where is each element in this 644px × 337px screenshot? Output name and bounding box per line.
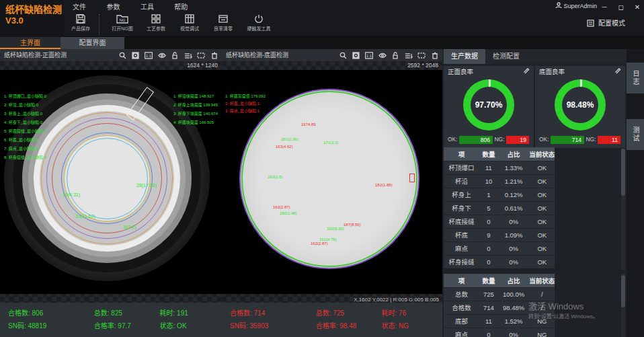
summary-stats-table: 项 数量 占比 当前状态 总数725100.0%/ 合格数71498.48%/ … [444,274,555,337]
trash-icon[interactable] [209,50,219,62]
front-time-cost: 耗时: 191 [160,307,220,317]
bottom-yield-card: 底面良率 98.48% OK: 714 NG: 11 [535,66,625,148]
bottom-yield-gauge: 98.48% [555,79,606,130]
tab-production-data[interactable]: 生产数据 [444,49,485,64]
cup-bottom-view [239,89,419,269]
table-row[interactable]: 杯身接缝00%OK [444,255,555,268]
svg-text:1:1: 1:1 [146,54,152,58]
front-brightness-annotation: 2: 杯身上块亮度 139.945 [173,101,218,110]
table-row[interactable]: 麻点00%NG [444,328,555,337]
trash-icon[interactable] [430,50,440,62]
col-item: 项 [444,147,479,161]
eye-icon[interactable] [377,50,387,62]
hw-trigger-button[interactable]: 硬触发工具 [240,12,278,36]
save-product-button[interactable]: 产品保存 [64,12,97,36]
table-row[interactable]: 底部111.52%NG [444,314,555,328]
eye-icon[interactable] [157,50,167,62]
roi-select-icon[interactable] [196,50,206,62]
scatter-label: 161(2.36) [281,137,298,141]
svg-text:NG: NG [120,18,126,22]
bottom-viewport-title: 纸杯缺陷检测-底面检测 [222,49,288,61]
table-row[interactable]: 合格数71498.48%/ [444,301,555,314]
config-mode-icon [587,20,594,27]
vision-debug-button[interactable]: 视觉调试 [173,12,206,36]
bottom-ok-count: 合格数: 714 [230,307,314,317]
table-row[interactable]: 杯身上10.12%OK [444,188,555,201]
fit-view-icon[interactable] [351,50,361,62]
bottom-camera-viewport: 纸杯缺陷检测-底面检测 1:1 2592 * 2048 1: 杯底灰度值 179… [222,49,442,337]
menu-tools[interactable]: 工具 [132,0,163,13]
bottom-yield-value: 98.48% [567,100,594,110]
table-row[interactable]: 麻点00%OK [444,241,555,255]
measure-label: 20(4.31) [63,192,80,197]
save-product-label: 产品保存 [64,25,97,32]
menu-file[interactable]: 文件 [64,0,95,13]
hw-trigger-label: 硬触发工具 [240,25,278,32]
table-row[interactable]: 杯底91.09%OK [444,228,555,241]
sort-list-icon[interactable] [183,50,193,62]
menu-params[interactable]: 参数 [97,0,128,13]
table-row[interactable]: 杯底接缝00%OK [444,215,555,228]
edit-icon[interactable] [523,66,530,78]
ok-label: OK: [448,136,458,143]
bottom-viewport-tools: 1:1 [338,49,442,62]
zoom-icon[interactable] [118,50,128,62]
measure-label: 28(17.50) [136,183,157,188]
scatter-label: 1974.89 [301,122,316,126]
front-brightness-annotation: 1: 杯沿块亮度 148.927 [173,92,214,101]
zoom-icon[interactable] [338,50,348,62]
open-ng-button[interactable]: NG 打开NG图 [106,12,139,36]
svg-text:1:1: 1:1 [366,54,372,58]
front-brightness-annotation: 3: 杯身下块亮度 140.674 [173,110,218,118]
lock-icon[interactable] [170,50,180,62]
side-tab-test[interactable]: 测试 [627,119,644,150]
front-viewport-body[interactable]: 1624 * 1240 [0,61,222,303]
config-mode-label: 配置模式 [598,20,625,27]
col-ratio: 占比 [498,147,529,161]
process-params-label: 工艺参数 [139,25,173,32]
pixel-info-readout: X,1602 Y,0022 | R:005 G:005 B:005 [354,297,439,303]
table2-scrollbar[interactable] [621,274,625,337]
scatter-label: 162(2.87) [311,241,328,246]
tab-config-interface[interactable]: 配置界面 [61,37,124,49]
scatter-label: 187(8.56) [344,223,361,227]
side-tab-log[interactable]: 日志 [627,63,644,93]
bottom-status: 状态: NG [382,320,442,330]
one-to-one-icon[interactable]: 1:1 [364,50,374,62]
front-defect-annotation: 8: 杯身接缝_最小缺陷:0 [4,153,46,162]
one-to-one-icon[interactable]: 1:1 [144,50,154,62]
table1-scrollbar[interactable] [621,147,625,270]
sort-list-icon[interactable] [403,50,413,62]
roi-select-icon[interactable] [417,50,427,62]
table-row[interactable]: 杯身下50.61%OK [444,201,555,215]
bottom-annotation: 3: 麻点_最小缺陷:1 [225,107,259,116]
user-area[interactable]: SuperAdmin [555,0,597,12]
tab-main-interface[interactable]: 主界面 [0,37,61,49]
tab-detection-config[interactable]: 检测配置 [485,49,527,64]
bottom-total-count: 总数: 725 [316,307,380,317]
table-row[interactable]: 总数725100.0%/ [444,287,555,301]
front-defect-annotation: 7: 麻点_最小缺陷:0 [4,145,38,153]
bottom-camera-image[interactable]: 1: 杯底灰度值 179.092 2: 杯底_最小缺陷:1 3: 麻点_最小缺陷… [222,70,442,294]
scatter-label: 160(9.20) [327,227,344,231]
yield-reset-button[interactable]: 良率清零 [206,12,240,36]
lock-icon[interactable] [391,50,401,62]
edit-icon[interactable] [614,66,621,78]
table-row[interactable]: 杯顶爆口111.33%OK [444,161,555,174]
front-viewport-header: 纸杯缺陷检测-正面检测 1:1 [0,49,222,61]
col-status: 当前状态 [529,274,555,287]
bottom-viewport-body[interactable]: 2592 * 2048 1: 杯底灰度值 179.092 2: 杯底_最小缺陷:… [222,61,442,303]
bottom-ng-bar: 11 [598,136,620,144]
config-mode-button[interactable]: 配置模式 [587,17,625,28]
measure-label: 6(2.2) [124,225,136,229]
process-params-button[interactable]: 工艺参数 [139,12,173,36]
menu-help[interactable]: 帮助 [165,0,196,13]
yield-reset-label: 良率清零 [206,25,240,32]
main-tab-row: 主界面 配置界面 [0,37,644,49]
fit-view-icon[interactable] [130,50,140,62]
front-pass-rate: 合格率: 97.7 [94,320,158,330]
grid-icon [151,13,161,24]
front-camera-image[interactable]: 1: 杯顶爆口_最小缺陷:0 2: 杯沿_最小缺陷:0 3: 杯身上_最小缺陷:… [0,70,222,294]
table-row[interactable]: 杯沿101.21%OK [444,174,555,188]
col-count: 数量 [479,274,498,287]
